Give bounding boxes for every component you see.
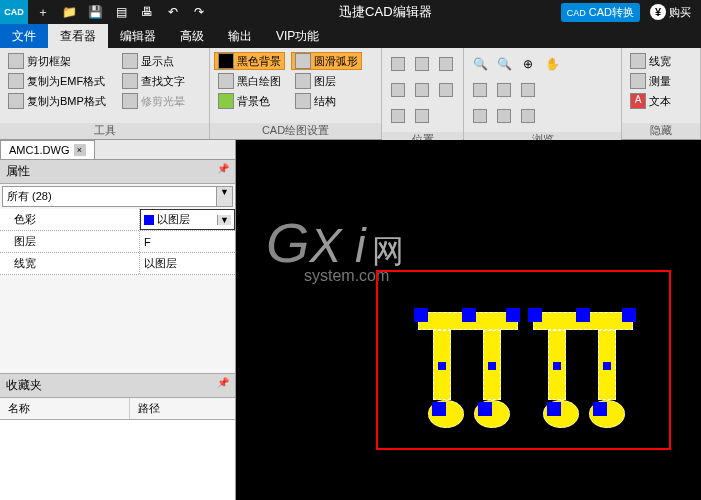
- measure-button[interactable]: 测量: [626, 72, 675, 90]
- prop-row-color[interactable]: 色彩 以图层▼: [0, 209, 235, 231]
- close-tab-icon[interactable]: ×: [74, 144, 86, 156]
- tab-vip[interactable]: VIP功能: [264, 24, 331, 48]
- group-label-draw: CAD绘图设置: [210, 123, 381, 139]
- browse-btn-8[interactable]: [469, 105, 491, 127]
- layer-button[interactable]: 图层: [291, 72, 362, 90]
- browse-btn-7[interactable]: [517, 79, 539, 101]
- favorites-list: [0, 420, 235, 500]
- emf-icon: [8, 73, 24, 89]
- app-title: 迅捷CAD编辑器: [210, 3, 561, 21]
- save-icon[interactable]: 💾: [84, 2, 106, 22]
- pos-btn-4[interactable]: [387, 79, 409, 101]
- clip-icon: [8, 53, 24, 69]
- tab-viewer[interactable]: 查看器: [48, 24, 108, 48]
- browse-btn-9[interactable]: [493, 105, 515, 127]
- tab-editor[interactable]: 编辑器: [108, 24, 168, 48]
- buy-button[interactable]: ¥购买: [644, 2, 697, 22]
- dropdown-arrow-icon: ▼: [216, 187, 232, 206]
- linewidth-icon: [630, 53, 646, 69]
- tab-advanced[interactable]: 高级: [168, 24, 216, 48]
- menu-bar: 文件 查看器 编辑器 高级 输出 VIP功能: [0, 24, 701, 48]
- filter-dropdown[interactable]: 所有 (28) ▼: [2, 186, 233, 207]
- file-tab-active[interactable]: AMC1.DWG×: [0, 140, 95, 159]
- text-icon: A: [630, 93, 646, 109]
- selection-box: [376, 270, 671, 450]
- bw-icon: [218, 73, 234, 89]
- file-tabs: AMC1.DWG×: [0, 140, 235, 160]
- drawing-canvas[interactable]: GX i网 system.com: [236, 140, 701, 500]
- tab-file[interactable]: 文件: [0, 24, 48, 48]
- bg-color-button[interactable]: 背景色: [214, 92, 285, 110]
- main-area: AMC1.DWG× 属性📌 所有 (28) ▼ 色彩 以图层▼ 图层 F 线宽 …: [0, 140, 701, 500]
- cad-drawing: [378, 272, 669, 448]
- bgcolor-icon: [218, 93, 234, 109]
- properties-header: 属性📌: [0, 160, 235, 184]
- smooth-arc-button[interactable]: 圆滑弧形: [291, 52, 362, 70]
- black-bg-button[interactable]: 黑色背景: [214, 52, 285, 70]
- zoom-out-button[interactable]: 🔍: [493, 53, 515, 75]
- properties-grid: 色彩 以图层▼ 图层 F 线宽 以图层: [0, 209, 235, 275]
- app-logo: CAD: [0, 0, 28, 24]
- point-icon: [122, 53, 138, 69]
- arc-icon: [295, 53, 311, 69]
- print-icon[interactable]: 🖶: [136, 2, 158, 22]
- pos-btn-6[interactable]: [435, 79, 457, 101]
- group-label-hide: 隐藏: [622, 123, 700, 139]
- browse-btn-5[interactable]: [469, 79, 491, 101]
- show-point-button[interactable]: 显示点: [118, 52, 189, 70]
- group-label-tools: 工具: [0, 123, 209, 139]
- structure-button[interactable]: 结构: [291, 92, 362, 110]
- cad-convert-button[interactable]: CAD CAD转换: [561, 3, 640, 22]
- pos-btn-5[interactable]: [411, 79, 433, 101]
- export-icon[interactable]: ▤: [110, 2, 132, 22]
- browse-btn-10[interactable]: [517, 105, 539, 127]
- bmp-icon: [8, 93, 24, 109]
- undo-icon[interactable]: ↶: [162, 2, 184, 22]
- redo-icon[interactable]: ↷: [188, 2, 210, 22]
- pan-button[interactable]: ✋: [541, 53, 563, 75]
- struct-icon: [295, 93, 311, 109]
- yen-icon: ¥: [650, 4, 666, 20]
- pin-icon-2[interactable]: 📌: [217, 377, 229, 394]
- blackbg-icon: [218, 53, 234, 69]
- clip-frame-button[interactable]: 剪切框架: [4, 52, 110, 70]
- bw-draw-button[interactable]: 黑白绘图: [214, 72, 285, 90]
- pos-btn-7[interactable]: [387, 105, 409, 127]
- col-name[interactable]: 名称: [0, 398, 130, 419]
- chevron-down-icon[interactable]: ▼: [217, 215, 231, 225]
- trim-halo-button: 修剪光晕: [118, 92, 189, 110]
- favorites-columns: 名称 路径: [0, 398, 235, 420]
- pos-btn-2[interactable]: [411, 53, 433, 75]
- pos-btn-8[interactable]: [411, 105, 433, 127]
- browse-btn-6[interactable]: [493, 79, 515, 101]
- pin-icon[interactable]: 📌: [217, 163, 229, 180]
- find-text-button[interactable]: 查找文字: [118, 72, 189, 90]
- pos-btn-3[interactable]: [435, 53, 457, 75]
- pos-btn-1[interactable]: [387, 53, 409, 75]
- trim-icon: [122, 93, 138, 109]
- color-swatch: [144, 215, 154, 225]
- copy-bmp-button[interactable]: 复制为BMP格式: [4, 92, 110, 110]
- prop-row-layer[interactable]: 图层 F: [0, 231, 235, 253]
- text-button[interactable]: A文本: [626, 92, 675, 110]
- open-icon[interactable]: 📁: [58, 2, 80, 22]
- measure-icon: [630, 73, 646, 89]
- col-path[interactable]: 路径: [130, 398, 168, 419]
- prop-row-linewidth[interactable]: 线宽 以图层: [0, 253, 235, 275]
- sidebar: AMC1.DWG× 属性📌 所有 (28) ▼ 色彩 以图层▼ 图层 F 线宽 …: [0, 140, 236, 500]
- linewidth-button[interactable]: 线宽: [626, 52, 675, 70]
- zoom-fit-button[interactable]: ⊕: [517, 53, 539, 75]
- favorites-header: 收藏夹📌: [0, 373, 235, 398]
- copy-emf-button[interactable]: 复制为EMF格式: [4, 72, 110, 90]
- ribbon: 剪切框架 复制为EMF格式 复制为BMP格式 显示点 查找文字 修剪光晕 工具 …: [0, 48, 701, 140]
- titlebar: CAD ＋ 📁 💾 ▤ 🖶 ↶ ↷ 迅捷CAD编辑器 CAD CAD转换 ¥购买: [0, 0, 701, 24]
- zoom-in-button[interactable]: 🔍: [469, 53, 491, 75]
- find-icon: [122, 73, 138, 89]
- tab-output[interactable]: 输出: [216, 24, 264, 48]
- layer-icon: [295, 73, 311, 89]
- new-icon[interactable]: ＋: [32, 2, 54, 22]
